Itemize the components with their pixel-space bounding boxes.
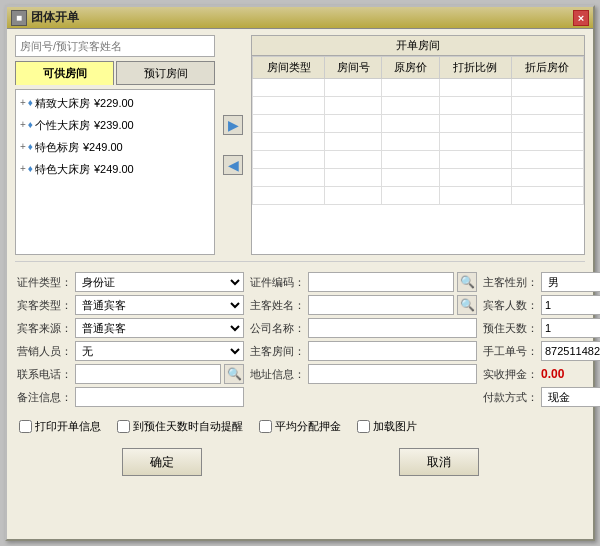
- add-room-button[interactable]: ▶: [223, 115, 243, 135]
- table-row: [253, 133, 584, 151]
- close-button[interactable]: ×: [573, 10, 589, 26]
- room-price-2: ¥249.00: [83, 138, 123, 156]
- actual-fee-row: 实收押金： 0.00: [483, 364, 600, 384]
- guest-gender-label: 主客性别：: [483, 275, 538, 290]
- left-panel: 可供房间 预订房间 + ♦ 精致大床房 ¥229.00 + ♦ 个性大床房 ¥2…: [15, 35, 215, 255]
- room-icon-1: ♦: [28, 116, 33, 134]
- load-image-input[interactable]: [357, 420, 370, 433]
- room-price-1: ¥239.00: [94, 116, 134, 134]
- print-info-input[interactable]: [19, 420, 32, 433]
- guest-name-row: 主客姓名： 🔍: [250, 295, 477, 315]
- arrow-panel: ▶ ◀: [221, 35, 245, 255]
- room-price-0: ¥229.00: [94, 94, 134, 112]
- phone-search-button[interactable]: 🔍: [224, 364, 244, 384]
- guest-source-select[interactable]: 普通宾客: [75, 318, 244, 338]
- sales-row: 营销人员： 无: [17, 341, 244, 361]
- payment-row: 付款方式： 现金: [483, 387, 600, 407]
- search-input[interactable]: [15, 35, 215, 57]
- expand-icon-2: +: [20, 138, 26, 156]
- id-type-select[interactable]: 身份证: [75, 272, 244, 292]
- id-code-label: 证件编码：: [250, 275, 305, 290]
- company-row: 公司名称：: [250, 318, 477, 338]
- stay-days-input[interactable]: [541, 318, 600, 338]
- guest-type-label: 宾客类型：: [17, 298, 72, 313]
- actual-fee-label: 实收押金：: [483, 367, 538, 382]
- auto-remind-input[interactable]: [117, 420, 130, 433]
- phone-row: 联系电话： 🔍: [17, 364, 244, 384]
- auto-remind-label: 到预住天数时自动提醒: [133, 419, 243, 434]
- guest-source-label: 宾客来源：: [17, 321, 72, 336]
- table-row: [253, 151, 584, 169]
- phone-label: 联系电话：: [17, 367, 72, 382]
- open-room-label: 开单房间: [251, 35, 585, 55]
- guest-name-input[interactable]: [308, 295, 454, 315]
- right-panel: 开单房间 房间类型 房间号 原房价 打折比例 折后房价: [251, 35, 585, 255]
- company-input[interactable]: [308, 318, 477, 338]
- table-row: [253, 97, 584, 115]
- guest-search-button[interactable]: 🔍: [457, 295, 477, 315]
- room-name-3: 特色大床房: [35, 160, 90, 178]
- sales-label: 营销人员：: [17, 344, 72, 359]
- avg-deposit-checkbox[interactable]: 平均分配押金: [259, 419, 341, 434]
- tab-buttons: 可供房间 预订房间: [15, 61, 215, 85]
- form-section: 证件类型： 身份证 证件编码： 🔍 主客性别： 男 宾客类型： 普: [15, 268, 585, 411]
- table-row: [253, 115, 584, 133]
- manual-fee-input[interactable]: [541, 341, 600, 361]
- tree-item-2[interactable]: + ♦ 特色标房 ¥249.00: [18, 136, 212, 158]
- room-name-0: 精致大床房: [35, 94, 90, 112]
- col-room-no: 房间号: [325, 57, 382, 79]
- guest-gender-select[interactable]: 男: [541, 272, 600, 292]
- print-info-label: 打印开单信息: [35, 419, 101, 434]
- manual-fee-row: 手工单号：: [483, 341, 600, 361]
- id-code-input[interactable]: [308, 272, 454, 292]
- tree-item-1[interactable]: + ♦ 个性大床房 ¥239.00: [18, 114, 212, 136]
- table-row: [253, 169, 584, 187]
- table-row: [253, 187, 584, 205]
- main-room-input[interactable]: [308, 341, 477, 361]
- remove-room-button[interactable]: ◀: [223, 155, 243, 175]
- print-info-checkbox[interactable]: 打印开单信息: [19, 419, 101, 434]
- auto-remind-checkbox[interactable]: 到预住天数时自动提醒: [117, 419, 243, 434]
- payment-select[interactable]: 现金: [541, 387, 600, 407]
- avg-deposit-label: 平均分配押金: [275, 419, 341, 434]
- title-bar: ■ 团体开单 ×: [7, 7, 593, 29]
- phone-input[interactable]: [75, 364, 221, 384]
- load-image-checkbox[interactable]: 加载图片: [357, 419, 417, 434]
- room-icon-2: ♦: [28, 138, 33, 156]
- id-type-label: 证件类型：: [17, 275, 72, 290]
- address-label: 地址信息：: [250, 367, 305, 382]
- room-tree[interactable]: + ♦ 精致大床房 ¥229.00 + ♦ 个性大床房 ¥239.00 + ♦: [15, 89, 215, 255]
- window-icon: ■: [11, 10, 27, 26]
- guest-count-label: 宾客人数：: [483, 298, 538, 313]
- guest-type-row: 宾客类型： 普通宾客: [17, 295, 244, 315]
- tree-item-3[interactable]: + ♦ 特色大床房 ¥249.00: [18, 158, 212, 180]
- address-row: 地址信息：: [250, 364, 477, 384]
- expand-icon-1: +: [20, 116, 26, 134]
- sales-select[interactable]: 无: [75, 341, 244, 361]
- notes-input[interactable]: [75, 387, 244, 407]
- tab-available[interactable]: 可供房间: [15, 61, 114, 85]
- section-divider: [15, 261, 585, 262]
- notes-row: 备注信息：: [17, 387, 244, 407]
- tree-item-0[interactable]: + ♦ 精致大床房 ¥229.00: [18, 92, 212, 114]
- room-name-1: 个性大床房: [35, 116, 90, 134]
- confirm-button[interactable]: 确定: [122, 448, 202, 476]
- guest-count-input[interactable]: [541, 295, 600, 315]
- tab-booked[interactable]: 预订房间: [116, 61, 215, 85]
- room-icon-3: ♦: [28, 160, 33, 178]
- guest-type-select[interactable]: 普通宾客: [75, 295, 244, 315]
- guest-count-row: 宾客人数：: [483, 295, 600, 315]
- address-input[interactable]: [308, 364, 477, 384]
- expand-icon-0: +: [20, 94, 26, 112]
- col-discount: 打折比例: [439, 57, 511, 79]
- col-room-type: 房间类型: [253, 57, 325, 79]
- manual-fee-label: 手工单号：: [483, 344, 538, 359]
- main-content: 可供房间 预订房间 + ♦ 精致大床房 ¥229.00 + ♦ 个性大床房 ¥2…: [7, 29, 593, 488]
- id-search-button[interactable]: 🔍: [457, 272, 477, 292]
- main-window: ■ 团体开单 × 可供房间 预订房间 + ♦ 精致大床房 ¥229.00: [5, 5, 595, 541]
- cancel-button[interactable]: 取消: [399, 448, 479, 476]
- room-name-2: 特色标房: [35, 138, 79, 156]
- guest-name-label: 主客姓名：: [250, 298, 305, 313]
- avg-deposit-input[interactable]: [259, 420, 272, 433]
- window-title: 团体开单: [31, 9, 79, 26]
